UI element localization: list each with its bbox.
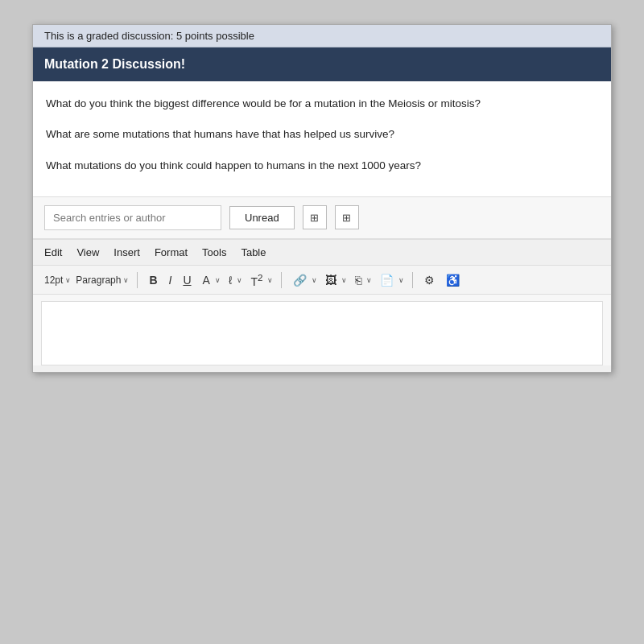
menu-format[interactable]: Format (155, 246, 188, 258)
paragraph-label: Paragraph (76, 275, 121, 286)
document-group: 📄 ∨ (377, 273, 404, 287)
highlight-chevron: ∨ (237, 276, 242, 284)
editor-area[interactable] (41, 301, 603, 365)
editor-container: Edit View Insert Format Tools Table 12pt… (33, 239, 611, 366)
superscript-group: T2 ∨ (247, 271, 273, 289)
more-button[interactable]: ⚙ (421, 273, 438, 287)
link-group: 🔗 ∨ (290, 273, 317, 287)
main-container: This is a graded discussion: 5 points po… (32, 24, 612, 373)
link-button[interactable]: 🔗 (290, 273, 310, 287)
menu-edit[interactable]: Edit (44, 246, 62, 258)
document-button[interactable]: 📄 (377, 273, 397, 287)
font-color-group: A ∨ (200, 273, 221, 287)
discussion-question-1: What do you think the biggest difference… (46, 96, 598, 112)
embed-chevron: ∨ (366, 276, 372, 284)
media-chevron: ∨ (341, 276, 347, 284)
discussion-question-3: What mutations do you think could happen… (46, 158, 598, 174)
toolbar-divider-1 (137, 272, 138, 288)
embed-group: ⎗ ∨ (352, 273, 372, 287)
toolbar-divider-3 (412, 272, 413, 288)
graded-banner: This is a graded discussion: 5 points po… (33, 25, 611, 47)
media-group: 🖼 ∨ (322, 273, 347, 287)
paragraph-chevron: ∨ (123, 276, 129, 284)
filter-icon-1: ⊞ (310, 212, 319, 224)
font-size-chevron: ∨ (65, 276, 71, 284)
media-button[interactable]: 🖼 (322, 273, 340, 287)
editor-toolbar: 12pt ∨ Paragraph ∨ B I U A ∨ ℓ ∨ T2 ∨ (33, 266, 611, 295)
search-input[interactable] (44, 205, 221, 230)
font-color-button[interactable]: A (200, 273, 213, 287)
graded-banner-text: This is a graded discussion: 5 points po… (44, 30, 254, 42)
filter-icon-2: ⊞ (342, 212, 351, 224)
document-chevron: ∨ (398, 276, 404, 284)
toolbar-divider-2 (281, 272, 282, 288)
bold-button[interactable]: B (146, 273, 160, 287)
discussion-question-2: What are some mutations that humans have… (46, 126, 598, 142)
discussion-title: Mutation 2 Discussion! (44, 57, 185, 71)
accessibility-button[interactable]: ♿ (443, 273, 463, 287)
link-chevron: ∨ (312, 276, 317, 284)
font-size-dropdown[interactable]: 12pt ∨ (44, 275, 71, 286)
menu-table[interactable]: Table (241, 246, 266, 258)
filter-icon-btn-1[interactable]: ⊞ (303, 205, 327, 229)
menu-view[interactable]: View (76, 246, 99, 258)
highlight-button[interactable]: ℓ (225, 273, 236, 287)
unread-button[interactable]: Unread (229, 206, 295, 229)
filter-icon-btn-2[interactable]: ⊞ (335, 205, 359, 229)
font-color-chevron: ∨ (215, 276, 221, 284)
superscript-button[interactable]: T2 (247, 271, 266, 289)
superscript-chevron: ∨ (267, 276, 273, 284)
paragraph-dropdown[interactable]: Paragraph ∨ (76, 275, 129, 286)
menu-insert[interactable]: Insert (114, 246, 140, 258)
editor-menubar: Edit View Insert Format Tools Table (33, 240, 611, 266)
italic-button[interactable]: I (166, 273, 175, 287)
discussion-title-bar: Mutation 2 Discussion! (33, 47, 611, 81)
discussion-body: What do you think the biggest difference… (33, 81, 611, 196)
font-size-label: 12pt (44, 275, 63, 286)
menu-tools[interactable]: Tools (202, 246, 226, 258)
underline-button[interactable]: U (180, 273, 194, 287)
highlight-group: ℓ ∨ (225, 273, 243, 287)
embed-button[interactable]: ⎗ (352, 273, 365, 287)
search-bar-row: Unread ⊞ ⊞ (33, 196, 611, 239)
